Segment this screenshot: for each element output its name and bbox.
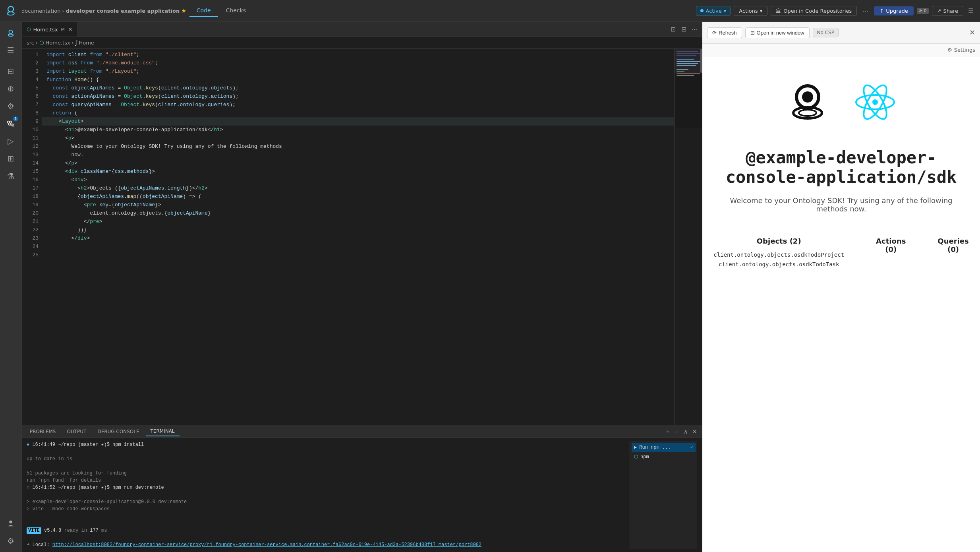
code-line-25: </div> [42,234,674,242]
breadcrumb-repo[interactable]: documentation [21,8,60,14]
upgrade-button[interactable]: ↑ Upgrade [874,6,914,15]
counter-value: 0 [924,8,927,14]
preview-item-1: client.ontology.objects.osdkTodoTask [713,261,844,267]
tab-debug-console[interactable]: DEBUG CONSOLE [93,427,144,436]
terminal-main[interactable]: ● 16:41:49 ~/repo (master ✦)$ npm instal… [27,441,626,549]
activity-item-run-debug[interactable]: ▷ [3,133,19,149]
svg-rect-22 [677,75,694,76]
source-control-icon: ⚙ [7,101,14,111]
breadcrumb: documentation › developer console exampl… [21,8,186,14]
refresh-icon: ⟳ [712,30,717,36]
terminal-process-run-npm[interactable]: ▶ Run npm ... ✓ [632,443,696,452]
svg-point-0 [8,6,14,12]
terminal-line-7: ○ 16:41:52 ~/repo (master ✦)$ npm run de… [27,484,626,491]
terminal-more-button[interactable]: ··· [673,428,680,436]
upgrade-icon: ↑ [879,8,884,14]
lab-icon: ⚗ [7,171,14,181]
activity-item-search[interactable]: ⊕ [3,81,19,97]
actions-button[interactable]: Actions ▾ [734,6,767,16]
svg-rect-23 [675,49,702,73]
open-in-code-repos-button[interactable]: 🏛 Open in Code Repositories [771,6,857,16]
terminal-content: ● 16:41:49 ~/repo (master ✦)$ npm instal… [22,438,702,552]
terminal-line-11 [27,513,626,520]
section-actions-title: Actions (0) [876,237,906,254]
breadcrumb-src: src [27,40,34,46]
activity-item-profile[interactable] [3,515,19,531]
code-line-14: Welcome to your Ontology SDK! Try using … [42,142,674,151]
tab-problems[interactable]: PROBLEMS [25,427,61,436]
add-terminal-button[interactable]: + [665,428,671,436]
activity-item-settings[interactable]: ⚙ [3,533,19,549]
run-debug-icon: ▷ [8,136,14,146]
terminal-close-button[interactable]: ✕ [691,428,699,436]
activity-item-lab[interactable]: ⚗ [3,168,19,184]
active-status-badge[interactable]: Active ▾ [696,6,731,16]
tab-checks[interactable]: Checks [219,5,253,17]
terminal-tab-bar: PROBLEMS OUTPUT DEBUG CONSOLE TERMINAL +… [22,425,702,438]
npm-icon: ⬡ [634,453,638,461]
section-objects-items: client.ontology.objects.osdkTodoProject … [713,252,844,267]
npm-label: npm [640,453,649,461]
preview-title: @example-developer-console-application/s… [718,148,964,187]
counter-badge[interactable]: ⟳ 0 [917,8,929,14]
more-options-button[interactable]: ··· [860,5,871,17]
terminal-process-list: ▶ Run npm ... ✓ ⬡ npm [630,441,697,549]
activity-item-explorer[interactable]: ⊟ [3,63,19,79]
code-line-21: <pre key={objectApiName}> [42,201,674,209]
code-line-7: const actionApiNames = Object.keys(clien… [42,92,674,101]
top-bar-left: documentation › developer console exampl… [5,5,693,17]
code-line-2: import css from "./Home.module.css"; [42,59,674,67]
preview-settings-bar[interactable]: ⚙ Settings [702,44,980,56]
share-icon: ↗ [937,8,941,14]
hamburger-menu-button[interactable]: ☰ [966,6,975,16]
breadcrumb-file: Home.tsx [46,40,70,46]
share-button[interactable]: ↗ Share [932,6,963,16]
terminal-vite: VITE v5.4.8 ready in 177 ms [27,527,626,534]
terminal-process-npm[interactable]: ⬡ npm [632,452,696,462]
split-editor-button[interactable]: ⊡ [669,25,677,34]
code-content[interactable]: import client from "./client"; import cs… [42,49,674,425]
line-numbers: 12345 678910 1112131415 1617181920 21222… [22,49,42,425]
settings-label: Settings [954,47,975,53]
activity-bar: ☰ ⊟ ⊕ ⚙ 1 ▷ ⊞ ⚗ [0,22,22,552]
activity-item-extensions[interactable]: ⊞ [3,151,19,167]
repo-icon: 🏛 [776,8,781,14]
palantir-logo [786,80,829,124]
tab-close-button[interactable]: ✕ [68,27,73,32]
upgrade-label: Upgrade [886,8,908,14]
terminal-maximize-button[interactable]: ∧ [682,428,689,436]
code-line-11: <Layout> [42,117,674,126]
more-editor-button[interactable]: ··· [690,25,699,34]
preview-close-button[interactable]: ✕ [969,28,975,37]
breadcrumb-symbol: Home [79,40,94,46]
terminal-line-10: > vite --mode code-workspaces [27,506,626,513]
open-repo-label: Open in Code Repositories [783,8,852,14]
activity-item-menu[interactable]: ☰ [3,43,19,58]
code-line-19: <h2>Objects ({objectApiNames.length})</h… [42,184,674,192]
activity-item-palantir[interactable] [3,25,19,41]
svg-point-10 [9,521,12,523]
sync-icon: ⟳ [919,8,922,14]
tab-modified-indicator: M [61,27,65,32]
preview-content: @example-developer-console-application/s… [702,56,980,552]
tab-code[interactable]: Code [189,5,218,17]
activity-item-source-control-2[interactable]: 1 [3,116,19,132]
code-editor: 12345 678910 1112131415 1617181920 21222… [22,49,702,425]
svg-point-2 [9,30,12,34]
code-line-15: now. [42,151,674,159]
open-new-window-button[interactable]: ⊡ Open in new window [745,27,810,38]
star-icon[interactable]: ★ [181,8,186,14]
process-label: Run npm ... [639,444,671,451]
tab-terminal[interactable]: TERMINAL [146,427,180,436]
preview-section-objects: Objects (2) client.ontology.objects.osdk… [713,237,844,267]
tab-output[interactable]: OUTPUT [62,427,91,436]
terminal-line-3: up to date in 1s [27,455,626,463]
breadcrumb-sep1: › [62,8,64,14]
editor-tab-home[interactable]: ⬡ Home.tsx M ✕ [22,22,78,37]
toggle-layout-button[interactable]: ⊟ [680,25,688,34]
refresh-button[interactable]: ⟳ Refresh [707,27,742,38]
code-line-16: </p> [42,159,674,167]
code-line-10: return ( [42,109,674,117]
csp-badge: No CSP [813,28,839,37]
activity-item-source-control[interactable]: ⚙ [3,98,19,114]
